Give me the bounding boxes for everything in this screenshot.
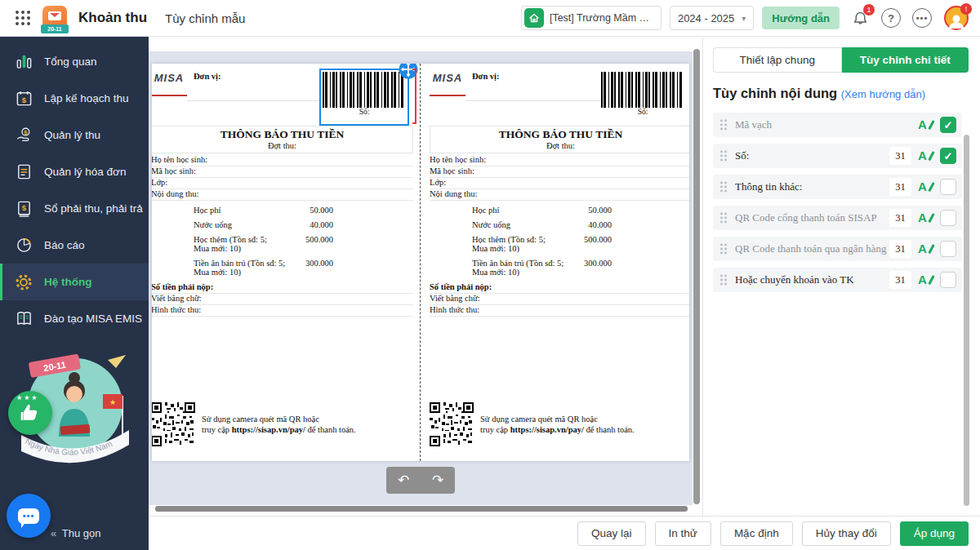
font-style-icon[interactable] [917, 241, 935, 257]
sidebar-item-so-phai-thu-phai-tra[interactable]: $ Sổ phải thu, phải trả [0, 190, 149, 227]
font-style-icon[interactable] [917, 148, 935, 164]
user-avatar[interactable]: ! [944, 6, 969, 30]
item-visibility-checkbox[interactable] [940, 117, 956, 133]
thumbs-up-icon [20, 402, 41, 424]
move-handle-icon[interactable] [399, 64, 418, 79]
font-style-icon[interactable] [917, 210, 935, 226]
svg-text:$: $ [21, 203, 26, 212]
more-button[interactable]: ••• [911, 7, 933, 29]
receipt-left-wrap: MISA Đơn vị: Số: [152, 64, 421, 461]
panel-scrollbar[interactable] [964, 135, 969, 506]
font-size-input[interactable]: 31 [889, 271, 911, 289]
sidebar-item-lap-ke-hoach-thu[interactable]: $ Lập kế hoạch thu [0, 80, 149, 117]
content-item-row: Thông tin khác: 31 [713, 175, 962, 199]
receipt-subtitle: Đợt thu: [152, 141, 412, 150]
barcode-block[interactable]: Số: [601, 72, 684, 124]
school-year-selector[interactable]: 2024 - 2025 ▾ [670, 6, 754, 30]
font-size-input[interactable]: 31 [889, 178, 911, 196]
sidebar-item-quan-ly-hoa-don[interactable]: Quản lý hóa đơn [0, 153, 149, 190]
fee-name: Tiền ăn bán trú (Tồn sđ: 5; [194, 259, 285, 268]
content-item-row: Mã vạch [713, 113, 962, 137]
payment-method-label: Hình thức thu: [152, 305, 413, 317]
guide-button[interactable]: Hướng dẫn [762, 7, 840, 29]
drag-handle-icon[interactable] [719, 243, 728, 255]
content-item-label: Thông tin khác: [735, 180, 889, 193]
bell-icon [854, 12, 866, 24]
chat-fab-button[interactable]: ••• [7, 494, 51, 538]
sidebar-item-label: Tổng quan [44, 55, 97, 68]
item-visibility-checkbox[interactable] [940, 148, 956, 164]
notifications-button[interactable]: 1 [849, 7, 871, 29]
font-size-input[interactable]: 31 [889, 147, 911, 165]
barcode-block[interactable]: Số: [323, 72, 406, 124]
qr-instruction-line1: Sử dụng camera quét mã QR hoặc [202, 414, 356, 424]
item-visibility-checkbox[interactable] [940, 241, 956, 257]
sidebar-item-label: Hệ thống [44, 276, 92, 288]
sidebar-item-tong-quan[interactable]: Tổng quan [0, 43, 149, 80]
preview-horizontal-scrollbar[interactable] [155, 506, 688, 512]
redo-icon[interactable]: ↷ [432, 473, 443, 487]
fee-amount: 50.000 [310, 206, 333, 215]
collapse-sidebar-button[interactable]: Thu gọn [51, 527, 100, 539]
drag-handle-icon[interactable] [719, 274, 728, 286]
footer-button[interactable]: Hủy thay đổi [802, 521, 891, 546]
sidebar-item-quan-ly-thu[interactable]: $ Quản lý thu [0, 117, 149, 153]
qr-section: Sử dụng camera quét mã QR hoặc truy cập … [152, 402, 356, 446]
calendar-dollar-icon: $ [14, 89, 33, 109]
content-items-list: Mã vạch Số: 31 Thông tin khác: [713, 113, 962, 292]
preview-vertical-scrollbar[interactable] [693, 49, 700, 504]
font-style-icon[interactable] [917, 179, 935, 195]
barcode-image[interactable] [323, 72, 404, 108]
footer-button[interactable]: Quay lại [577, 521, 646, 546]
drag-handle-icon[interactable] [719, 150, 728, 162]
tab-detail-customization[interactable]: Tùy chỉnh chi tiết [842, 47, 969, 73]
notification-badge: 1 [863, 4, 875, 16]
fee-name-line2: Mua mới: 10) [194, 268, 285, 277]
panel-heading: Tùy chỉnh nội dung (Xem hướng dẫn) [713, 86, 969, 101]
fee-amount: 300.000 [305, 259, 333, 277]
qr-code-image [430, 402, 474, 446]
like-fab-button[interactable]: ★★★ [8, 391, 52, 435]
home-icon [524, 8, 544, 28]
pie-chart-icon [14, 236, 33, 255]
fee-amount: 40.000 [310, 220, 333, 229]
tab-general-settings[interactable]: Thiết lập chung [713, 47, 842, 73]
footer-button[interactable]: Mặc định [720, 521, 793, 546]
fee-row: Học phí 50.000 [194, 206, 333, 215]
sidebar-item-dao-tao-misa-emis[interactable]: Đào tạo MISA EMIS [0, 300, 149, 337]
footer-button[interactable]: Áp dụng [900, 521, 969, 546]
hand-coin-icon: $ [14, 126, 33, 145]
fee-name: Nước uống [194, 220, 232, 229]
misa-logo: MISA [152, 72, 187, 96]
sidebar-item-bao-cao[interactable]: Báo cáo [0, 227, 149, 264]
item-visibility-checkbox[interactable] [940, 210, 956, 226]
font-size-input[interactable]: 31 [889, 209, 911, 227]
receipt-page: MISA Đơn vị: Số: [152, 64, 689, 461]
gear-icon [14, 273, 33, 292]
footer-button[interactable]: In thử [655, 521, 711, 546]
barcode-image[interactable] [601, 72, 683, 108]
school-selector[interactable]: [Test] Trường Mầm non MISA 1 [521, 6, 662, 30]
drag-handle-icon[interactable] [719, 119, 728, 131]
drag-handle-icon[interactable] [719, 212, 728, 224]
item-visibility-checkbox[interactable] [940, 272, 956, 288]
payment-method-label: Hình thức thu: [430, 305, 689, 317]
fee-row: Nước uống 40.000 [194, 220, 333, 229]
receipt-field-label: Nội dung thu: [430, 189, 689, 201]
drag-handle-icon[interactable] [719, 181, 728, 193]
content-item-row: QR Code thanh toán qua ngân hàng 31 [713, 237, 962, 261]
qr-instruction-line1: Sử dụng camera quét mã QR hoặc [480, 414, 635, 424]
content-item-row: Số: 31 [713, 144, 962, 168]
view-guide-link[interactable]: (Xem hướng dẫn) [841, 88, 925, 100]
fee-row: Học phí 50.000 [472, 206, 612, 215]
help-button[interactable]: ? [880, 7, 902, 29]
sidebar-item-he-thong[interactable]: Hệ thống [0, 264, 149, 300]
font-size-input[interactable]: 31 [889, 240, 911, 258]
font-style-icon[interactable] [917, 272, 935, 288]
app-grid-icon[interactable] [15, 10, 31, 26]
item-visibility-checkbox[interactable] [940, 179, 956, 195]
chevron-down-icon: ▾ [742, 14, 746, 23]
envelope-icon [48, 11, 61, 20]
undo-icon[interactable]: ↶ [398, 473, 409, 487]
font-style-icon[interactable] [917, 117, 935, 133]
